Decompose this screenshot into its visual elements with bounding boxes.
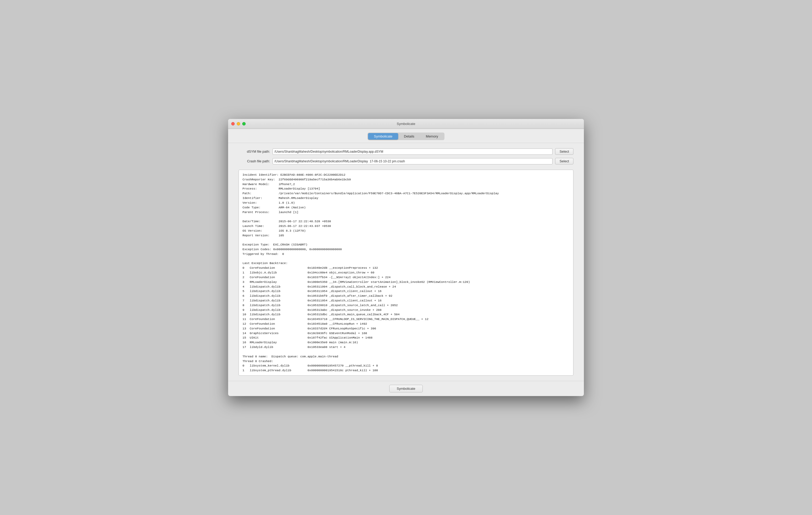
symbolicate-button[interactable]: Symbolicate [389,385,423,392]
crash-select-button[interactable]: Select [555,158,573,164]
crash-label: Crash file path: [239,159,270,163]
dsym-input[interactable] [272,149,552,155]
tab-memory[interactable]: Memory [420,133,444,140]
tab-symbolicate[interactable]: Symbolicate [368,133,398,140]
main-window: Symbolicate Symbolicate Details Memory d… [228,119,584,396]
title-bar: Symbolicate [228,119,584,129]
main-content: dSYM file path: Select Crash file path: … [228,143,584,381]
maximize-button[interactable] [242,122,245,125]
traffic-lights [231,122,245,125]
crash-input[interactable] [272,158,552,164]
toolbar: Symbolicate Details Memory [228,129,584,143]
crash-log-area: Incident Identifier: E2BCEFAD-888E-4986-… [239,170,573,376]
bottom-bar: Symbolicate [228,381,584,396]
window-title: Symbolicate [397,122,415,126]
dsym-label: dSYM file path: [239,150,270,153]
segmented-control: Symbolicate Details Memory [368,132,444,140]
minimize-button[interactable] [237,122,240,125]
crash-row: Crash file path: Select [239,158,573,164]
close-button[interactable] [231,122,235,125]
tab-details[interactable]: Details [398,133,420,140]
dsym-row: dSYM file path: Select [239,148,573,155]
dsym-select-button[interactable]: Select [555,148,573,155]
